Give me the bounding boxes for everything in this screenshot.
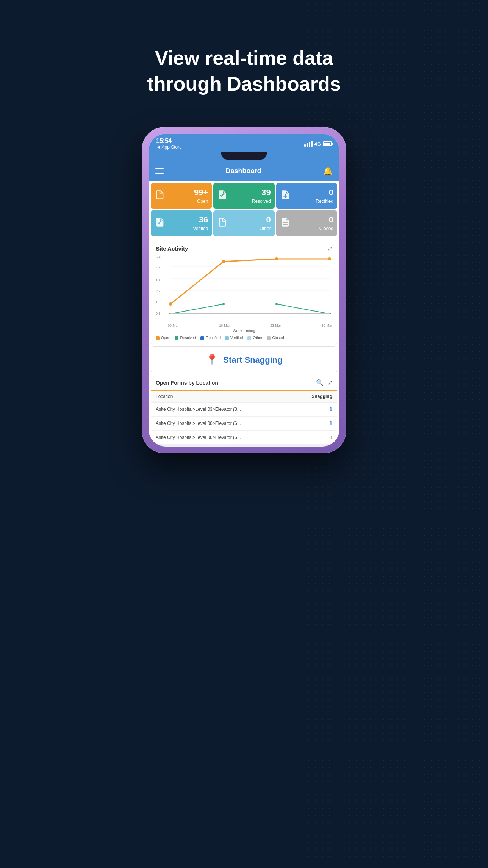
menu-icon[interactable]	[155, 168, 164, 174]
verified-count: 36	[193, 215, 208, 225]
legend-other-label: Other	[253, 336, 262, 340]
row-location-3: Asite City Hospital>Level 06>Elevator (6…	[156, 435, 325, 440]
row-count-2: 1	[325, 420, 332, 426]
expand-chart-icon[interactable]: ⤢	[327, 245, 332, 252]
resolved-label: Resolved	[252, 199, 271, 204]
legend-rectified: Rectified	[200, 336, 221, 340]
legend-resolved-dot	[175, 336, 178, 340]
expand-forms-icon[interactable]: ⤢	[327, 379, 332, 386]
signal-bars-icon	[304, 141, 313, 147]
row-location-2: Asite City Hospital>Level 06>Elevator (6…	[156, 421, 325, 426]
open-forms-section: Open Forms by Location 🔍 ⤢ Location Snag…	[151, 375, 337, 445]
app-content: 99+ Open 39 Resolved	[149, 181, 339, 445]
stat-card-resolved[interactable]: 39 Resolved	[213, 183, 274, 209]
start-snagging-section[interactable]: 📍 Start Snagging	[151, 346, 337, 373]
row-count-1: 1	[325, 406, 332, 412]
verified-label: Verified	[193, 226, 208, 231]
other-doc-icon	[217, 217, 228, 230]
svg-point-9	[328, 257, 331, 260]
stat-info-resolved: 39 Resolved	[252, 188, 271, 204]
svg-point-8	[275, 257, 278, 260]
col-location-header: Location	[156, 394, 173, 399]
battery-icon	[323, 141, 332, 146]
stat-card-closed[interactable]: 0 Closed	[276, 210, 337, 236]
table-row[interactable]: Asite City Hospital>Level 03>Elevator (3…	[151, 403, 337, 417]
open-label: Open	[197, 199, 208, 204]
y-axis-labels: 5.4 4.5 3.6 2.7 1.8 0.9	[156, 255, 161, 315]
chart-svg	[168, 255, 332, 314]
rectified-doc-icon	[280, 190, 291, 203]
resolved-count: 39	[252, 188, 271, 197]
legend-verified-label: Verified	[230, 336, 243, 340]
phone-notch	[149, 152, 339, 163]
y-label-1: 1.8	[156, 300, 161, 304]
stat-card-open[interactable]: 99+ Open	[151, 183, 212, 209]
legend-open-label: Open	[161, 336, 170, 340]
chart-canvas-area: 5.4 4.5 3.6 2.7 1.8 0.9	[168, 255, 332, 315]
stat-info-closed: 0 Closed	[319, 215, 333, 232]
forms-header: Open Forms by Location 🔍 ⤢	[151, 375, 337, 391]
svg-point-6	[169, 302, 172, 306]
network-type: 4G	[314, 141, 321, 147]
status-left: 15:54 ◄ App Store	[156, 138, 182, 150]
headline-line1: View real-time data	[147, 45, 341, 71]
phone-inner: 15:54 ◄ App Store 4G	[149, 134, 339, 447]
closed-label: Closed	[319, 226, 333, 231]
col-snagging-header: Snagging	[311, 394, 332, 399]
open-doc-icon	[155, 190, 165, 203]
svg-point-11	[222, 303, 225, 305]
other-label: Other	[260, 226, 271, 231]
legend-verified-dot	[225, 336, 229, 340]
table-row[interactable]: Asite City Hospital>Level 06>Elevator (6…	[151, 431, 337, 445]
open-count: 99+	[194, 188, 208, 197]
legend-other-dot	[247, 336, 251, 340]
chart-header: Site Activity ⤢	[156, 245, 332, 252]
search-icon[interactable]: 🔍	[316, 379, 324, 386]
status-time: 15:54	[156, 138, 182, 144]
phone-outer: 15:54 ◄ App Store 4G	[142, 127, 346, 453]
headline-line2: through Dashboards	[147, 71, 341, 97]
y-label-3: 3.6	[156, 278, 161, 282]
forms-section-title: Open Forms by Location	[156, 380, 218, 386]
stat-card-rectified[interactable]: 0 Rectified	[276, 183, 337, 209]
verified-doc-icon	[155, 217, 165, 230]
closed-doc-icon	[280, 217, 291, 230]
svg-point-12	[275, 303, 278, 305]
row-location-1: Asite City Hospital>Level 03>Elevator (3…	[156, 407, 325, 412]
stat-info-rectified: 0 Rectified	[316, 188, 333, 204]
y-label-2: 2.7	[156, 289, 161, 293]
notch-bar	[221, 152, 267, 160]
legend-closed-label: Closed	[272, 336, 284, 340]
app-header: Dashboard 🔔	[149, 163, 339, 181]
legend-closed-dot	[267, 336, 271, 340]
stat-card-verified[interactable]: 36 Verified	[151, 210, 212, 236]
legend-verified: Verified	[225, 336, 243, 340]
header-title: Dashboard	[225, 167, 261, 175]
legend-rectified-label: Rectified	[206, 336, 221, 340]
phone-mockup: 15:54 ◄ App Store 4G	[142, 127, 346, 453]
stat-card-other[interactable]: 0 Other	[213, 210, 274, 236]
rectified-count: 0	[316, 188, 333, 197]
svg-point-7	[222, 260, 225, 263]
closed-count: 0	[319, 215, 333, 225]
forms-column-headers: Location Snagging	[151, 391, 337, 403]
legend-open: Open	[156, 336, 170, 340]
snagging-location-icon: 📍	[205, 354, 219, 366]
row-count-3: 0	[325, 434, 332, 440]
status-right: 4G	[304, 141, 332, 147]
x-label-16mar: 16-Mar	[219, 324, 230, 327]
rectified-label: Rectified	[316, 199, 333, 204]
resolved-doc-icon	[217, 190, 228, 203]
table-row[interactable]: Asite City Hospital>Level 06>Elevator (6…	[151, 417, 337, 431]
forms-header-icons: 🔍 ⤢	[316, 379, 332, 386]
y-label-0: 0.9	[156, 312, 161, 315]
x-label-30mar: 30-Mar	[321, 324, 332, 327]
y-label-4: 4.5	[156, 266, 161, 270]
stat-info-verified: 36 Verified	[193, 215, 208, 232]
legend-resolved: Resolved	[175, 336, 196, 340]
notification-bell-icon[interactable]: 🔔	[323, 166, 333, 175]
x-axis-title: Week Ending	[156, 329, 332, 333]
stat-info-other: 0 Other	[260, 215, 271, 232]
legend-rectified-dot	[200, 336, 204, 340]
other-count: 0	[260, 215, 271, 225]
